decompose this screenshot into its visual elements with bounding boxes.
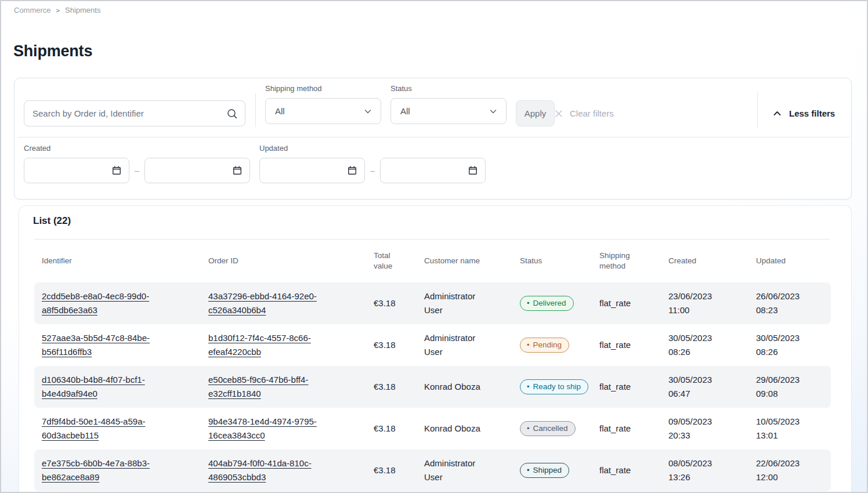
filter-divider-vertical-2 [757, 92, 758, 128]
status-cell: • Ready to ship [520, 379, 599, 395]
created-to-input[interactable] [144, 158, 250, 183]
shipping-method-label: Shipping method [265, 84, 381, 93]
identifier-link[interactable]: 527aae3a-5b5d-47c8-84be-b56f11d6ffb3 [42, 333, 150, 357]
table-row: e7e375cb-6b0b-4e7a-88b3-be862ace8a89 404… [34, 449, 831, 491]
created-time: 08:26 [668, 345, 756, 359]
updated-cell: 26/06/2023 08:23 [756, 289, 831, 317]
shipments-list-panel: List (22) IdentifierOrder IDTotal valueC… [19, 205, 852, 493]
updated-date-filter: Updated – [259, 144, 486, 183]
breadcrumb-shipments[interactable]: Shipments [65, 6, 100, 14]
status-badge: • Cancelled [520, 421, 576, 436]
total-value-cell: €3.18 [374, 463, 424, 477]
identifier-link[interactable]: e7e375cb-6b0b-4e7a-88b3-be862ace8a89 [42, 458, 150, 482]
created-from-input[interactable] [24, 158, 129, 183]
order-id-link[interactable]: 404ab794-f0f0-41da-810c-4869053cbbd3 [208, 458, 312, 482]
breadcrumb-commerce[interactable]: Commerce [14, 6, 51, 14]
shipping-method-select[interactable]: All [265, 98, 381, 124]
order-id-cell: e50ceb85-f9c6-47b6-bff4-e32cff1b1840 [208, 373, 374, 401]
status-badge: • Pending [520, 338, 569, 353]
created-date-filter: Created – [24, 144, 250, 183]
filter-divider-vertical [255, 93, 256, 127]
created-cell: 30/05/2023 08:26 [668, 331, 756, 359]
less-filters-label: Less filters [789, 108, 835, 118]
breadcrumb: Commerce > Shipments [14, 6, 100, 14]
search-icon[interactable] [226, 108, 238, 119]
clear-filters-button[interactable]: Clear filters [554, 100, 614, 126]
updated-cell: 29/06/2023 09:08 [756, 373, 831, 401]
identifier-cell: 7df9f4bd-50e1-4845-a59a-60d3acbeb115 [42, 415, 208, 443]
order-id-link[interactable]: 43a37296-ebbd-4164-92e0-c526a340b6b4 [208, 291, 317, 315]
updated-time: 08:26 [756, 345, 831, 359]
created-date: 08/05/2023 [668, 456, 756, 470]
created-cell: 30/05/2023 06:47 [668, 373, 756, 401]
order-id-link[interactable]: e50ceb85-f9c6-47b6-bff4-e32cff1b1840 [208, 375, 308, 398]
status-cell: • Delivered [520, 296, 599, 311]
column-header: Created [668, 256, 756, 266]
customer-name-cell: Administrator User [424, 289, 520, 317]
identifier-link[interactable]: d106340b-b4b8-4f07-bcf1-b4e4d9af94e0 [42, 375, 145, 398]
column-header: Total value [374, 251, 424, 271]
status-value: All [400, 106, 410, 116]
shipping-method-cell: flat_rate [599, 380, 668, 394]
column-header: Customer name [424, 256, 520, 266]
date-range-dash: – [129, 166, 144, 175]
search-input-wrapper [24, 100, 245, 126]
updated-from-input[interactable] [259, 158, 365, 183]
updated-label: Updated [259, 144, 486, 153]
customer-name-cell: Administrator User [424, 331, 520, 359]
date-range-dash: – [365, 166, 380, 175]
column-header: Identifier [42, 256, 208, 266]
order-id-link[interactable]: b1d30f12-7f4c-4557-8c66-efeaf4220cbb [208, 333, 311, 357]
status-dot-icon: • [527, 467, 530, 473]
updated-cell: 10/05/2023 13:01 [756, 415, 831, 443]
updated-cell: 22/06/2023 12:00 [756, 456, 831, 484]
identifier-link[interactable]: 7df9f4bd-50e1-4845-a59a-60d3acbeb115 [42, 416, 145, 440]
customer-name-cell: Konrad Oboza [424, 422, 520, 436]
breadcrumb-separator-icon: > [56, 7, 60, 14]
chevron-up-icon [772, 108, 782, 118]
shipping-method-filter: Shipping method All [265, 84, 381, 124]
column-header: Order ID [208, 256, 374, 266]
table-row: 527aae3a-5b5d-47c8-84be-b56f11d6ffb3 b1d… [34, 324, 831, 366]
updated-time: 13:01 [756, 429, 831, 443]
shipping-method-cell: flat_rate [599, 338, 668, 352]
updated-to-input[interactable] [380, 158, 486, 183]
table-header-row: IdentifierOrder IDTotal valueCustomer na… [34, 240, 831, 282]
updated-time: 08:23 [756, 303, 831, 317]
created-time: 11:00 [668, 303, 756, 317]
status-dot-icon: • [527, 342, 530, 348]
status-dot-icon: • [527, 300, 530, 306]
updated-cell: 30/05/2023 08:26 [756, 331, 831, 359]
created-cell: 08/05/2023 13:26 [668, 456, 756, 484]
status-cell: • Shipped [520, 463, 599, 478]
created-date: 30/05/2023 [668, 373, 756, 387]
status-select[interactable]: All [390, 98, 507, 124]
created-date: 09/05/2023 [668, 415, 756, 429]
search-input[interactable] [32, 108, 226, 118]
filter-divider-horizontal [17, 137, 849, 137]
identifier-cell: d106340b-b4b8-4f07-bcf1-b4e4d9af94e0 [42, 373, 208, 401]
order-id-cell: 9b4e3478-1e4d-4974-9795-16cea3843cc0 [208, 415, 374, 443]
calendar-icon[interactable] [347, 165, 357, 176]
shipments-page: Commerce > Shipments Shipments Shipping … [0, 0, 868, 493]
calendar-icon[interactable] [111, 165, 122, 176]
status-badge-label: Pending [533, 340, 562, 350]
chevron-down-icon [363, 107, 372, 116]
identifier-link[interactable]: 2cdd5eb8-e8a0-4ec8-99d0-a8f5db6e3a63 [42, 291, 149, 315]
updated-date: 22/06/2023 [756, 456, 831, 470]
apply-button[interactable]: Apply [516, 100, 555, 126]
calendar-icon[interactable] [232, 165, 243, 176]
identifier-cell: 2cdd5eb8-e8a0-4ec8-99d0-a8f5db6e3a63 [42, 289, 208, 317]
table-row: 2cdd5eb8-e8a0-4ec8-99d0-a8f5db6e3a63 43a… [34, 282, 831, 324]
less-filters-toggle[interactable]: Less filters [772, 100, 835, 126]
calendar-icon[interactable] [468, 165, 478, 176]
total-value-cell: €3.18 [374, 422, 424, 436]
created-time: 13:26 [668, 470, 756, 484]
status-badge-label: Shipped [533, 465, 562, 475]
table-row: d106340b-b4b8-4f07-bcf1-b4e4d9af94e0 e50… [34, 366, 831, 408]
clear-filters-label: Clear filters [570, 108, 614, 118]
updated-time: 09:08 [756, 387, 831, 401]
order-id-link[interactable]: 9b4e3478-1e4d-4974-9795-16cea3843cc0 [208, 416, 317, 440]
table-row: 7df9f4bd-50e1-4845-a59a-60d3acbeb115 9b4… [34, 408, 831, 449]
status-badge-label: Cancelled [533, 423, 568, 433]
